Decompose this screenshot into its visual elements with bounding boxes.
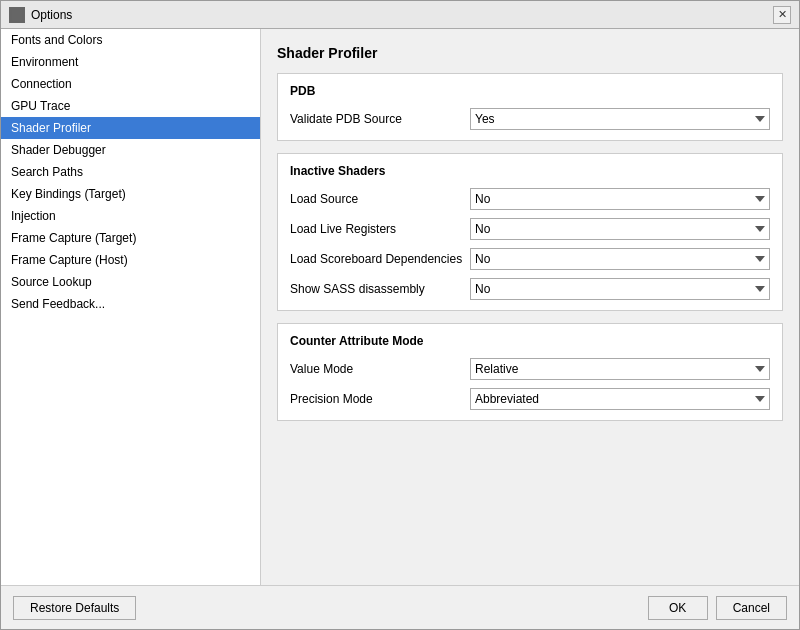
load-source-select[interactable]: No Yes [470, 188, 770, 210]
pdb-section: PDB Validate PDB Source Yes No [277, 73, 783, 141]
sidebar-item[interactable]: Key Bindings (Target) [1, 183, 260, 205]
svg-rect-0 [11, 9, 23, 21]
cancel-button[interactable]: Cancel [716, 596, 787, 620]
load-live-registers-select[interactable]: No Yes [470, 218, 770, 240]
sidebar-item[interactable]: Frame Capture (Host) [1, 249, 260, 271]
sidebar: Fonts and ColorsEnvironmentConnectionGPU… [1, 29, 261, 585]
sidebar-item[interactable]: Frame Capture (Target) [1, 227, 260, 249]
counter-attribute-title: Counter Attribute Mode [290, 334, 770, 348]
precision-mode-select[interactable]: Abbreviated Full [470, 388, 770, 410]
validate-pdb-row: Validate PDB Source Yes No [290, 108, 770, 130]
footer: Restore Defaults OK Cancel [1, 585, 799, 629]
close-button[interactable]: ✕ [773, 6, 791, 24]
restore-defaults-button[interactable]: Restore Defaults [13, 596, 136, 620]
sidebar-item[interactable]: Shader Debugger [1, 139, 260, 161]
window-icon [9, 7, 25, 23]
counter-attribute-section: Counter Attribute Mode Value Mode Relati… [277, 323, 783, 421]
validate-pdb-label: Validate PDB Source [290, 112, 470, 126]
title-bar: Options ✕ [1, 1, 799, 29]
load-source-label: Load Source [290, 192, 470, 206]
load-source-row: Load Source No Yes [290, 188, 770, 210]
sidebar-item[interactable]: Search Paths [1, 161, 260, 183]
sidebar-item[interactable]: GPU Trace [1, 95, 260, 117]
sidebar-item[interactable]: Send Feedback... [1, 293, 260, 315]
show-sass-select[interactable]: No Yes [470, 278, 770, 300]
inactive-shaders-section: Inactive Shaders Load Source No Yes Load… [277, 153, 783, 311]
value-mode-label: Value Mode [290, 362, 470, 376]
ok-button[interactable]: OK [648, 596, 708, 620]
load-live-registers-row: Load Live Registers No Yes [290, 218, 770, 240]
sidebar-item[interactable]: Shader Profiler [1, 117, 260, 139]
value-mode-row: Value Mode Relative Absolute [290, 358, 770, 380]
load-scoreboard-select[interactable]: No Yes [470, 248, 770, 270]
sidebar-item[interactable]: Connection [1, 73, 260, 95]
value-mode-select[interactable]: Relative Absolute [470, 358, 770, 380]
sidebar-item[interactable]: Environment [1, 51, 260, 73]
sidebar-item[interactable]: Fonts and Colors [1, 29, 260, 51]
sidebar-item[interactable]: Source Lookup [1, 271, 260, 293]
page-title: Shader Profiler [277, 45, 783, 61]
load-scoreboard-row: Load Scoreboard Dependencies No Yes [290, 248, 770, 270]
main-content: Shader Profiler PDB Validate PDB Source … [261, 29, 799, 585]
window-title: Options [31, 8, 72, 22]
options-window: Options ✕ Fonts and ColorsEnvironmentCon… [0, 0, 800, 630]
inactive-shaders-title: Inactive Shaders [290, 164, 770, 178]
title-bar-left: Options [9, 7, 72, 23]
sidebar-item[interactable]: Injection [1, 205, 260, 227]
precision-mode-label: Precision Mode [290, 392, 470, 406]
validate-pdb-select[interactable]: Yes No [470, 108, 770, 130]
load-scoreboard-label: Load Scoreboard Dependencies [290, 252, 470, 266]
footer-buttons: OK Cancel [648, 596, 787, 620]
svg-rect-2 [13, 15, 16, 18]
pdb-section-title: PDB [290, 84, 770, 98]
load-live-registers-label: Load Live Registers [290, 222, 470, 236]
show-sass-row: Show SASS disassembly No Yes [290, 278, 770, 300]
content-area: Fonts and ColorsEnvironmentConnectionGPU… [1, 29, 799, 585]
precision-mode-row: Precision Mode Abbreviated Full [290, 388, 770, 410]
show-sass-label: Show SASS disassembly [290, 282, 470, 296]
